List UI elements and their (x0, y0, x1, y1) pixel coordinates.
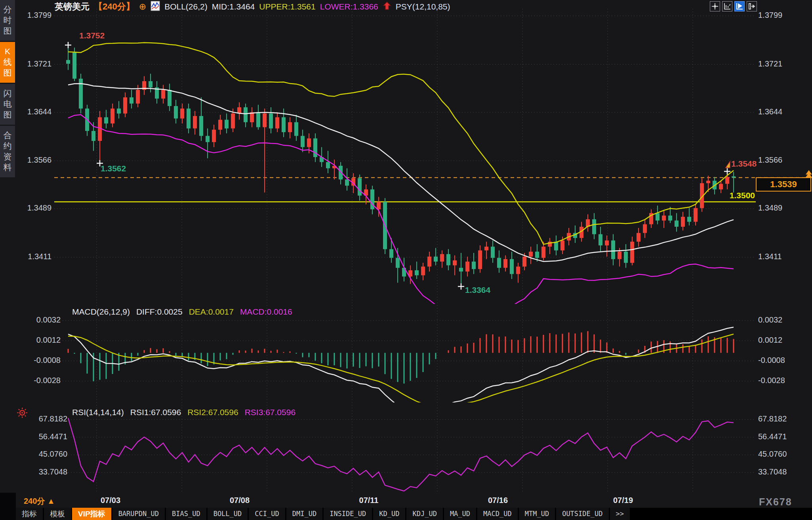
tab-BOLL_UD[interactable]: BOLL_UD (208, 508, 248, 520)
price-axis-label-left: 1.3644 (16, 107, 51, 116)
price-axis-label-left: 1.3721 (16, 59, 51, 68)
x-axis-date-label: 07/16 (480, 496, 516, 505)
chart-canvas[interactable] (0, 0, 812, 520)
support-level-label: 1.3500 (724, 191, 755, 200)
crosshair-icon[interactable] (710, 1, 720, 11)
boll-upper-value: UPPER:1.3561 (259, 2, 315, 11)
macd-axis-label-left: 0.0012 (16, 336, 61, 345)
rsi-axis-label-right: 56.4471 (758, 432, 787, 441)
rsi-axis-label-left: 33.7048 (16, 467, 67, 476)
rsi-axis-label-left: 45.0760 (16, 450, 67, 459)
axis-play-icon[interactable] (734, 1, 745, 11)
symbol-title: 英镑美元 (55, 1, 90, 13)
x-axis-date-label: 07/03 (93, 496, 128, 505)
rsi-axis-label-right: 33.7048 (758, 467, 787, 476)
main-chart-legend: 英镑美元 【240分】 ⊕ BOLL(26,2) MID:1.3464 UPPE… (55, 1, 450, 13)
sidebar-item-char: 图 (0, 109, 15, 120)
tab-OUTSIDE_UD[interactable]: OUTSIDE_UD (556, 508, 608, 520)
price-axis-label-right: 1.3566 (758, 156, 782, 165)
tab-指标[interactable]: 指标 (16, 508, 43, 520)
price-axis-label-right: 1.3489 (758, 203, 782, 213)
tab-KD_UD[interactable]: KD_UD (373, 508, 405, 520)
boll-label: BOLL(26,2) (164, 2, 208, 11)
rsi2-value: RSI2:67.0596 (187, 408, 238, 417)
sidebar-item-K线图[interactable]: K线图 (0, 42, 15, 83)
rsi-axis-label-right: 67.8182 (758, 414, 787, 423)
sidebar-item-char: 分 (0, 4, 15, 15)
tab->>[interactable]: >> (610, 508, 630, 520)
tab-MA_UD[interactable]: MA_UD (444, 508, 476, 520)
mini-chart-icon[interactable] (151, 1, 160, 13)
sidebar-item-char: 约 (0, 140, 15, 151)
target-icon[interactable]: ⊕ (139, 2, 146, 11)
high-price-annotation: 1.3752 (79, 31, 105, 40)
axis-shift-icon[interactable] (747, 1, 757, 11)
current-price-box: 1.3539 (756, 177, 811, 192)
brand-watermark: FX678 (759, 496, 792, 508)
footer-period-selector[interactable]: 240分 ▲ (24, 496, 55, 507)
sidebar-item-char: K (0, 46, 15, 57)
sidebar-item-char: 线 (0, 57, 15, 67)
macd-axis-label-left: -0.0008 (16, 356, 61, 365)
rsi3-value: RSI3:67.0596 (245, 408, 295, 417)
macd-diff-value: DIFF:0.0025 (136, 307, 183, 317)
arrow-up-icon (383, 1, 391, 12)
macd-axis-label-right: 0.0032 (758, 315, 782, 325)
sidebar-item-char: 图 (0, 67, 15, 78)
price-axis-label-left: 1.3799 (16, 11, 51, 20)
rsi-axis-label-left: 56.4471 (16, 432, 67, 441)
price-axis-label-right: 1.3721 (758, 59, 782, 68)
tab-DMI_UD[interactable]: DMI_UD (286, 508, 322, 520)
sidebar-item-char: 电 (0, 99, 15, 109)
sidebar-item-char: 图 (0, 25, 15, 36)
low1-price-annotation: 1.3562 (101, 164, 126, 173)
sidebar-item-合约资料[interactable]: 合约资料 (0, 126, 15, 177)
sidebar-item-char: 时 (0, 15, 15, 25)
sidebar-item-闪电图[interactable]: 闪电图 (0, 84, 15, 125)
macd-dea-value: DEA:0.0017 (189, 307, 234, 317)
indicator-tab-bar: 指标模板VIP指标BARUPDN_UDBIAS_UDBOLL_UDCCI_UDD… (16, 508, 812, 520)
period-badge[interactable]: 【240分】 (94, 1, 135, 13)
tab-KDJ_UD[interactable]: KDJ_UD (406, 508, 442, 520)
macd-axis-label-right: 0.0012 (758, 336, 782, 345)
tab-VIP指标[interactable]: VIP指标 (72, 508, 111, 520)
sidebar-item-char: 资 (0, 151, 15, 162)
tab-INSIDE_UD[interactable]: INSIDE_UD (324, 508, 372, 520)
macd-axis-label-left: 0.0032 (16, 315, 61, 325)
boll-lower-value: LOWER:1.3366 (320, 2, 378, 11)
price-axis-label-right: 1.3411 (758, 252, 782, 261)
x-axis-date-label: 07/08 (222, 496, 257, 505)
macd-panel-header: MACD(26,12,9) DIFF:0.0025 DEA:0.0017 MAC… (72, 307, 292, 317)
price-axis-label-left: 1.3489 (16, 203, 51, 213)
tab-BARUPDN_UD[interactable]: BARUPDN_UD (112, 508, 165, 520)
sidebar-item-char: 闪 (0, 88, 15, 99)
macd-value: MACD:0.0016 (240, 307, 292, 317)
psy-label: PSY(12,10,85) (396, 2, 450, 11)
rsi-axis-label-right: 45.0760 (758, 450, 787, 459)
chart-toolbar (710, 1, 757, 11)
low2-price-annotation: 1.3364 (465, 285, 490, 295)
axis-scale-icon[interactable] (722, 1, 732, 11)
price-axis-label-left: 1.3411 (16, 252, 51, 261)
tab-模板[interactable]: 模板 (44, 508, 71, 520)
price-axis-label-left: 1.3566 (16, 156, 51, 165)
macd-title: MACD(26,12,9) (72, 307, 130, 317)
macd-axis-label-right: -0.0028 (758, 376, 785, 385)
boll-mid-value: MID:1.3464 (212, 2, 255, 11)
alert-sun-icon[interactable] (17, 407, 28, 420)
trading-app-window: 分时图K线图闪电图合约资料 英镑美元 【240分】 ⊕ BOLL(26,2) M… (0, 0, 812, 520)
x-axis-date-label: 07/19 (605, 496, 641, 505)
sidebar-item-char: 合 (0, 130, 15, 140)
price-axis-label-right: 1.3799 (758, 11, 782, 20)
rsi1-value: RSI1:67.0596 (130, 408, 181, 417)
tab-MACD_UD[interactable]: MACD_UD (477, 508, 518, 520)
macd-axis-label-right: -0.0008 (758, 356, 785, 365)
sidebar-item-char: 料 (0, 162, 15, 173)
rsi-panel-header: RSI(14,14,14) RSI1:67.0596 RSI2:67.0596 … (72, 408, 295, 417)
tab-BIAS_UD[interactable]: BIAS_UD (166, 508, 206, 520)
tab-CCI_UD[interactable]: CCI_UD (249, 508, 285, 520)
x-axis-date-label: 07/11 (351, 496, 387, 505)
sidebar-item-分时图[interactable]: 分时图 (0, 0, 15, 41)
price-axis-label-right: 1.3644 (758, 107, 782, 116)
tab-MTM_UD[interactable]: MTM_UD (519, 508, 555, 520)
